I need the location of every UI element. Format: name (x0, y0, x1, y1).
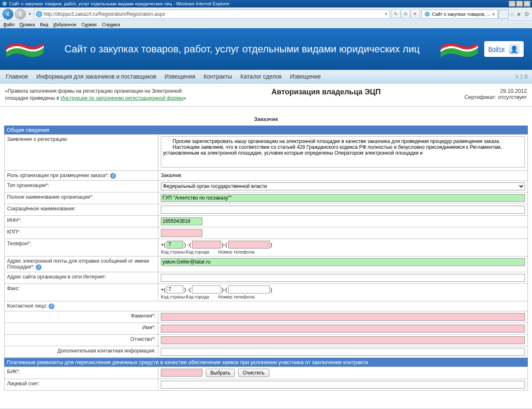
stop-button[interactable]: ✕ (411, 10, 420, 19)
clear-button[interactable]: Очистить (238, 369, 269, 377)
url-dropdown[interactable]: ▾ (383, 11, 389, 17)
nav-notice[interactable]: Извещение (288, 73, 323, 80)
label-patronymic: Отчество*: (5, 334, 158, 346)
select-button[interactable]: Выбрать (206, 369, 235, 377)
nav-info[interactable]: Информация для заказчиков и поставщиков (35, 73, 158, 80)
label-contact: Контактное лицо: i (5, 301, 528, 311)
menu-service[interactable]: Сервис (81, 22, 97, 27)
label-orgtype: Тип организации*: (5, 180, 158, 192)
flag-left-icon (4, 37, 46, 62)
tab-label: Сайт о закупках товаров, ... (432, 12, 490, 17)
surname-input[interactable] (161, 313, 525, 321)
home-icon[interactable]: ⌂ (510, 11, 514, 17)
fax-country-input[interactable] (167, 286, 183, 293)
instruction-link[interactable]: Инструкции по заполнению регистрационной… (61, 95, 183, 101)
label-email: Адрес электронной почты для отправки соо… (5, 256, 158, 272)
statement-textarea[interactable] (161, 136, 525, 168)
role-value: Заказчик (158, 170, 528, 180)
info-icon[interactable]: i (36, 264, 42, 270)
date-cert-info: 29.10.2012 Сертификат: отсутствует (464, 88, 527, 102)
label-addinfo: Дополнительная контактная информация: (5, 346, 158, 357)
inn-input[interactable] (161, 217, 202, 225)
favorites-icon[interactable]: ★ (516, 11, 522, 17)
menu-edit[interactable]: Правка (20, 22, 35, 27)
tab-favicon (424, 11, 430, 17)
maximize-button[interactable]: ❐ (516, 1, 523, 7)
svg-point-2 (425, 12, 430, 16)
label-inn: ИНН*: (5, 215, 158, 227)
addinfo-input[interactable] (161, 348, 525, 356)
version-label: v 1.6 (515, 73, 528, 80)
site-title: Сайт о закупках товаров, работ, услуг от… (50, 43, 434, 55)
tools-icon[interactable]: ⚙ (524, 11, 530, 17)
payment-table: БИК*: Выбрать Очистить Лицевой счет: (4, 367, 528, 391)
label-bik: БИК*: (5, 367, 158, 379)
fax-number-input[interactable] (228, 286, 270, 293)
main-nav: Главное Информация для заказчиков и пост… (0, 70, 532, 84)
info-icon[interactable]: i (110, 173, 116, 179)
flag-right-icon (438, 37, 480, 62)
login-link[interactable]: Войти (488, 46, 505, 52)
browser-menu-bar: Файл Правка Вид Избранное Сервис Справка (0, 21, 532, 28)
label-name: Имя*: (5, 323, 158, 334)
website-input[interactable] (161, 274, 525, 282)
sub-header: Заказчик (4, 116, 528, 122)
new-tab-button[interactable] (499, 10, 509, 19)
ie-icon (2, 1, 7, 7)
menu-favorites[interactable]: Избранное (53, 22, 76, 27)
nav-contracts[interactable]: Контракты (202, 73, 234, 80)
label-phone: Телефон*: (5, 239, 158, 256)
compat-button[interactable]: ⧉ (401, 10, 410, 19)
info-icon[interactable]: i (49, 303, 54, 309)
browser-tab[interactable]: Сайт о закупках товаров, ... × (421, 10, 498, 19)
svg-point-1 (36, 11, 42, 17)
page-title: Авторизация владельца ЭЦП (200, 88, 452, 102)
bik-input[interactable] (161, 369, 202, 377)
cert-label: Сертификат: отсутствует (464, 94, 527, 100)
nav-catalog[interactable]: Каталог сделок (239, 73, 283, 80)
patronymic-input[interactable] (161, 336, 525, 344)
label-statement: Заявление о регистрации: (5, 134, 158, 170)
label-surname: Фамилия*: (5, 311, 158, 323)
url-input[interactable] (44, 11, 383, 17)
name-input[interactable] (161, 325, 525, 333)
fullname-input[interactable] (161, 194, 525, 202)
phone-country-input[interactable] (167, 241, 183, 249)
tab-close-icon[interactable]: × (492, 12, 495, 17)
label-fax: Факс: (5, 283, 158, 301)
phone-number-input[interactable] (228, 241, 270, 249)
fax-city-input[interactable] (192, 286, 221, 293)
label-role: Роль организации при размещении заказа*:… (5, 170, 158, 180)
menu-view[interactable]: Вид (40, 22, 48, 27)
tab-strip: Сайт о закупках товаров, ... × (421, 10, 509, 19)
section-general: Общие сведения (4, 126, 528, 134)
menu-file[interactable]: Файл (3, 22, 15, 27)
nav-main[interactable]: Главное (4, 73, 30, 80)
history-dropdown[interactable]: ▾ (27, 10, 32, 18)
form-area: Заказчик Общие сведения Заявление о реги… (0, 107, 532, 407)
email-input[interactable] (161, 258, 525, 266)
menu-help[interactable]: Справка (102, 22, 120, 27)
label-website: Адрес сайта организации в сети Интернет: (5, 272, 158, 283)
close-window-button[interactable]: ✕ (524, 1, 530, 7)
forward-button[interactable] (15, 9, 26, 20)
browser-right-icons: ⌂ ★ ⚙ (510, 11, 530, 17)
label-shortname: Сокращённое наименование: (5, 204, 158, 215)
account-input[interactable] (161, 381, 525, 389)
site-header: Сайт о закупках товаров, работ, услуг от… (0, 28, 532, 70)
nav-notices[interactable]: Извещения (163, 73, 197, 80)
kpp-input[interactable] (161, 229, 202, 237)
label-fullname: Полное наименование организации*: (5, 192, 158, 204)
shortname-input[interactable] (161, 206, 525, 214)
window-titlebar: Сайт о закупках товаров, работ, услуг от… (0, 0, 532, 7)
phone-group: +( ) -( )-( ) (161, 241, 525, 249)
window-title: Сайт о закупках товаров, работ, услуг от… (9, 1, 230, 6)
orgtype-select[interactable]: Федеральный орган государственной власти (161, 182, 525, 190)
label-kpp: КПП*: (5, 227, 158, 239)
minimize-button[interactable]: _ (509, 1, 515, 7)
date-label: 29.10.2012 (464, 88, 527, 94)
back-button[interactable] (2, 9, 13, 20)
page-tools: ↻ ⧉ ✕ (392, 10, 420, 19)
refresh-button[interactable]: ↻ (392, 10, 401, 19)
phone-city-input[interactable] (192, 241, 221, 249)
